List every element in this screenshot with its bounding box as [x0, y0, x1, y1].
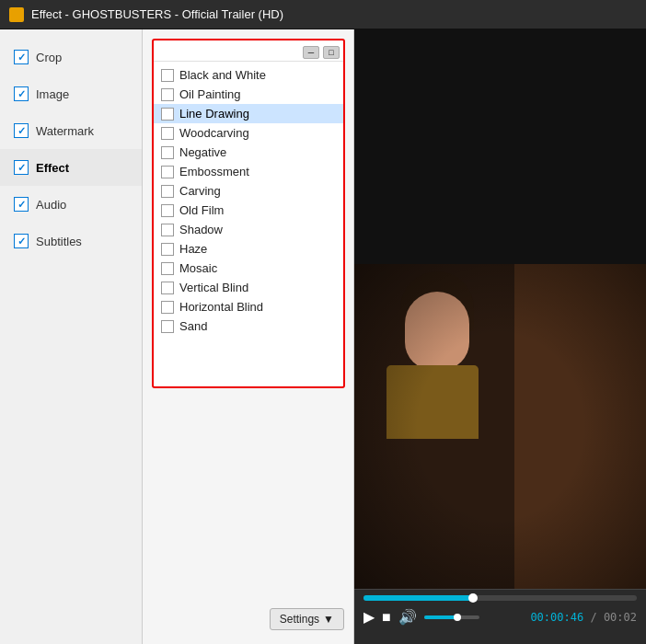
- effect-item-shadow[interactable]: Shadow: [154, 220, 343, 239]
- effect-label-bw: Black and White: [179, 68, 266, 82]
- minimize-icon: ─: [308, 48, 314, 57]
- effect-label-oil: Oil Painting: [179, 87, 240, 101]
- effect-item-old[interactable]: Old Film: [154, 201, 343, 220]
- effect-item-wood[interactable]: Woodcarving: [154, 123, 343, 143]
- effect-checkbox-emb[interactable]: [161, 166, 174, 178]
- center-content: ─ □ Black and White Oil Painting Line Dr…: [143, 29, 354, 644]
- effect-checkbox-neg[interactable]: [161, 146, 174, 159]
- sidebar-audio-label: Audio: [36, 198, 66, 212]
- effect-item-carv[interactable]: Carving: [154, 181, 343, 201]
- effect-item-haze[interactable]: Haze: [154, 239, 343, 259]
- time-display: 00:00:46 / 00:02: [530, 611, 637, 624]
- sidebar-watermark-checkbox[interactable]: [14, 123, 29, 138]
- play-button[interactable]: ▶: [363, 608, 375, 626]
- settings-area: Settings ▼: [270, 608, 344, 630]
- total-time: 00:02: [604, 611, 637, 624]
- effect-label-mosaic: Mosaic: [179, 261, 217, 275]
- sidebar: Crop Image Watermark Effect Audio Subtit…: [0, 29, 143, 644]
- effect-label-hblind: Horizontal Blind: [179, 300, 263, 314]
- effects-listbox: ─ □ Black and White Oil Painting Line Dr…: [152, 39, 345, 388]
- effect-checkbox-old[interactable]: [161, 204, 174, 217]
- volume-thumb[interactable]: [454, 614, 461, 621]
- effect-checkbox-vblind[interactable]: [161, 282, 174, 294]
- listbox-header: ─ □: [154, 44, 343, 62]
- sidebar-item-watermark[interactable]: Watermark: [0, 112, 142, 149]
- effect-checkbox-mosaic[interactable]: [161, 262, 174, 275]
- effect-item-vblind[interactable]: Vertical Blind: [154, 278, 343, 297]
- time-separator: /: [590, 611, 603, 624]
- main-layout: Crop Image Watermark Effect Audio Subtit…: [0, 29, 646, 644]
- effect-checkbox-line[interactable]: [161, 108, 174, 121]
- effect-label-shadow: Shadow: [179, 223, 223, 236]
- sidebar-item-crop[interactable]: Crop: [0, 39, 142, 75]
- video-top-bar: [354, 29, 646, 264]
- effect-label-haze: Haze: [179, 242, 207, 256]
- effect-item-hblind[interactable]: Horizontal Blind: [154, 297, 343, 316]
- effect-checkbox-sand[interactable]: [161, 320, 174, 333]
- current-time: 00:00:46: [530, 611, 583, 624]
- effect-label-sand: Sand: [179, 319, 207, 333]
- sidebar-image-checkbox[interactable]: [14, 86, 29, 101]
- sidebar-item-image[interactable]: Image: [0, 75, 142, 112]
- settings-arrow-icon: ▼: [323, 613, 334, 626]
- effect-item-sand[interactable]: Sand: [154, 316, 343, 336]
- effect-item-neg[interactable]: Negative: [154, 143, 343, 162]
- progress-thumb[interactable]: [468, 593, 478, 603]
- sidebar-item-effect[interactable]: Effect: [0, 149, 142, 186]
- volume-button[interactable]: 🔊: [398, 608, 417, 626]
- listbox-restore-btn[interactable]: □: [323, 46, 340, 59]
- effect-item-line[interactable]: Line Drawing: [154, 104, 343, 123]
- vignette-overlay: [354, 264, 646, 589]
- sidebar-effect-label: Effect: [36, 161, 69, 175]
- video-preview: [354, 29, 646, 589]
- video-scene: [354, 264, 646, 589]
- sidebar-effect-checkbox[interactable]: [14, 160, 29, 175]
- sidebar-subtitles-label: Subtitles: [36, 235, 82, 248]
- effect-checkbox-haze[interactable]: [161, 243, 174, 256]
- sidebar-image-label: Image: [36, 87, 69, 101]
- effect-checkbox-bw[interactable]: [161, 69, 174, 82]
- settings-label: Settings: [280, 613, 319, 626]
- effect-item-mosaic[interactable]: Mosaic: [154, 259, 343, 278]
- effect-label-vblind: Vertical Blind: [179, 281, 248, 294]
- title-bar: Effect - GHOSTBUSTERS - Official Trailer…: [0, 0, 646, 29]
- listbox-minimize-btn[interactable]: ─: [303, 46, 319, 59]
- sidebar-item-audio[interactable]: Audio: [0, 186, 142, 223]
- sidebar-crop-checkbox[interactable]: [14, 50, 29, 64]
- restore-icon: □: [329, 48, 333, 57]
- sidebar-subtitles-checkbox[interactable]: [14, 234, 29, 248]
- controls-row: ▶ ■ 🔊 00:00:46 / 00:02: [363, 608, 637, 626]
- play-icon: ▶: [363, 608, 375, 626]
- app-icon: [9, 7, 24, 22]
- effect-label-wood: Woodcarving: [179, 126, 249, 140]
- sidebar-crop-label: Crop: [36, 51, 62, 64]
- effect-item-oil[interactable]: Oil Painting: [154, 85, 343, 104]
- effect-item-emb[interactable]: Embossment: [154, 162, 343, 181]
- sidebar-watermark-label: Watermark: [36, 124, 94, 138]
- effect-label-emb: Embossment: [179, 165, 249, 178]
- stop-icon: ■: [382, 609, 391, 626]
- effect-checkbox-wood[interactable]: [161, 127, 174, 140]
- effect-checkbox-carv[interactable]: [161, 185, 174, 198]
- sidebar-item-subtitles[interactable]: Subtitles: [0, 223, 142, 259]
- effect-checkbox-shadow[interactable]: [161, 224, 174, 236]
- progress-bar[interactable]: [363, 595, 637, 601]
- progress-fill: [363, 595, 473, 601]
- effect-checkbox-hblind[interactable]: [161, 301, 174, 314]
- title-bar-text: Effect - GHOSTBUSTERS - Official Trailer…: [31, 7, 283, 21]
- right-preview: ▶ ■ 🔊 00:00:46 / 00:02: [354, 29, 646, 644]
- effect-label-line: Line Drawing: [179, 107, 249, 121]
- player-controls: ▶ ■ 🔊 00:00:46 / 00:02: [354, 589, 646, 644]
- effect-label-old: Old Film: [179, 203, 224, 217]
- effect-checkbox-oil[interactable]: [161, 88, 174, 101]
- effect-label-neg: Negative: [179, 145, 226, 159]
- volume-fill: [424, 615, 457, 619]
- settings-button[interactable]: Settings ▼: [270, 608, 344, 630]
- volume-slider[interactable]: [424, 615, 479, 619]
- effect-label-carv: Carving: [179, 184, 221, 198]
- stop-button[interactable]: ■: [382, 609, 391, 626]
- volume-icon: 🔊: [398, 608, 417, 626]
- effect-item-bw[interactable]: Black and White: [154, 65, 343, 85]
- sidebar-audio-checkbox[interactable]: [14, 197, 29, 212]
